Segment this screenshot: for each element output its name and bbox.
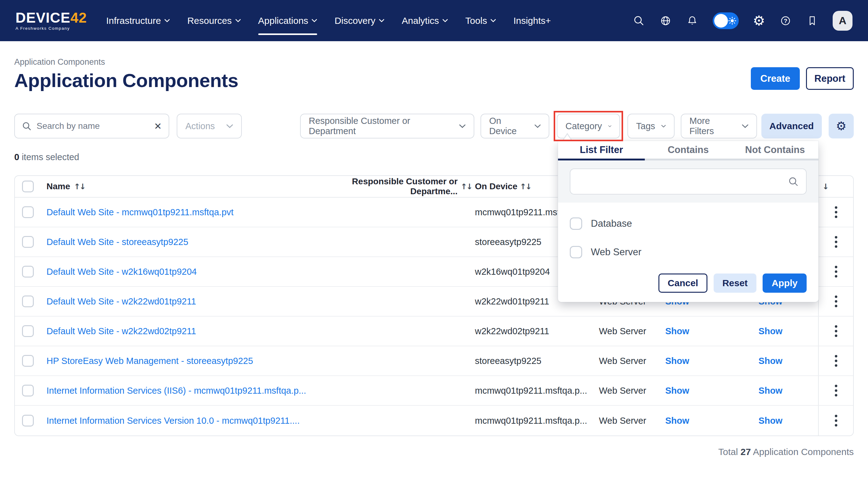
row-checkbox[interactable] <box>22 385 34 397</box>
create-button[interactable]: Create <box>751 67 800 90</box>
table-settings-button[interactable]: ⚙ <box>829 114 854 138</box>
sort-icon[interactable]: ↑↓ <box>520 182 531 191</box>
gear-icon[interactable]: ⚙ <box>753 14 765 28</box>
bell-icon[interactable] <box>686 14 699 27</box>
select-all-checkbox[interactable] <box>22 180 34 192</box>
nav-item-insights[interactable]: Insights+ <box>514 14 551 27</box>
row-menu-icon[interactable] <box>832 263 840 281</box>
column-header-rcd[interactable]: Responsible Customer or Departme... <box>308 176 458 196</box>
tags-filter[interactable]: Tags <box>627 114 675 138</box>
row-checkbox[interactable] <box>22 325 34 337</box>
on-device-filter[interactable]: On Device <box>480 114 549 138</box>
close-icon[interactable]: ✕ <box>154 121 162 132</box>
tab-contains[interactable]: Contains <box>645 144 732 156</box>
help-icon[interactable]: ? <box>779 14 792 27</box>
user-avatar[interactable]: A <box>833 11 852 31</box>
chevron-down-icon <box>235 19 241 22</box>
nav-item-discovery[interactable]: Discovery <box>335 14 384 27</box>
component-name-link[interactable]: Default Web Site - storeeasytp9225 <box>46 237 188 247</box>
popup-buttons: Cancel Reset Apply <box>558 273 818 302</box>
show-link[interactable]: Show <box>758 326 782 336</box>
search-input[interactable] <box>37 121 149 131</box>
device42-logo[interactable]: DEVICE42 A Freshworks Company <box>16 10 87 31</box>
nav-item-analytics[interactable]: Analytics <box>402 14 448 27</box>
row-checkbox[interactable] <box>22 355 34 367</box>
component-name-link[interactable]: Default Web Site - w2k16wq01tp9204 <box>46 267 197 277</box>
row-menu-icon[interactable] <box>832 293 840 310</box>
row-menu-icon[interactable] <box>832 203 840 221</box>
show-link[interactable]: Show <box>665 326 689 336</box>
component-name-link[interactable]: Internet Information Services (IIS6) - m… <box>46 386 306 396</box>
column-header-on-device[interactable]: On Device <box>475 181 517 191</box>
row-menu-icon[interactable] <box>832 382 840 400</box>
total-count: 27 <box>741 447 751 457</box>
table-row: Internet Information Services (IIS6) - m… <box>15 376 853 406</box>
checkbox[interactable] <box>570 217 582 230</box>
tab-list-filter[interactable]: List Filter <box>558 144 645 156</box>
theme-toggle[interactable] <box>713 12 739 29</box>
advanced-button[interactable]: Advanced <box>762 114 822 138</box>
category-value: Web Server <box>588 386 658 396</box>
chevron-down-icon <box>459 124 466 128</box>
bookmark-icon[interactable] <box>806 14 818 27</box>
row-menu-icon[interactable] <box>832 233 840 251</box>
show-link[interactable]: Show <box>758 386 782 396</box>
show-link[interactable]: Show <box>665 416 689 425</box>
globe-icon[interactable] <box>659 14 672 27</box>
row-checkbox[interactable] <box>22 266 34 277</box>
row-checkbox[interactable] <box>22 206 34 218</box>
component-name-link[interactable]: Default Web Site - w2k22wd01tp9211 <box>46 297 196 307</box>
nav-item-infrastructure[interactable]: Infrastructure <box>106 14 170 27</box>
nav-item-resources[interactable]: Resources <box>187 14 241 27</box>
component-name-link[interactable]: HP StoreEasy Web Management - storeeasyt… <box>46 356 253 366</box>
apply-button[interactable]: Apply <box>763 273 807 293</box>
filter-bar: ✕ Actions Responsible Customer or Depart… <box>14 114 854 138</box>
option-web-server[interactable]: Web Server <box>570 238 807 266</box>
show-link[interactable]: Show <box>665 386 689 396</box>
chevron-down-icon <box>164 19 170 22</box>
option-label: Web Server <box>591 246 641 258</box>
checkbox[interactable] <box>570 246 582 258</box>
page-header: Application Components Application Compo… <box>14 41 854 91</box>
more-filters-dropdown[interactable]: More Filters <box>681 114 757 138</box>
reset-button[interactable]: Reset <box>714 273 756 293</box>
breadcrumb[interactable]: Application Components <box>14 57 238 67</box>
chevron-down-icon <box>312 19 317 22</box>
report-button[interactable]: Report <box>806 67 854 90</box>
cancel-button[interactable]: Cancel <box>658 273 707 293</box>
component-name-link[interactable]: Internet Information Services Version 10… <box>46 416 300 426</box>
show-link[interactable]: Show <box>758 416 782 425</box>
responsible-customer-filter[interactable]: Responsible Customer or Department <box>300 114 474 138</box>
logo-wordmark: DEVICE42 <box>16 10 87 25</box>
sort-icon[interactable]: ↑↓ <box>461 182 472 191</box>
logo-subtitle: A Freshworks Company <box>16 26 87 31</box>
row-menu-icon[interactable] <box>832 352 840 370</box>
show-link[interactable]: Show <box>758 356 782 366</box>
column-header-name[interactable]: Name <box>46 181 70 192</box>
sun-icon <box>728 16 737 25</box>
popup-search-input[interactable] <box>578 176 783 187</box>
chevron-down-icon <box>490 19 496 22</box>
on-device-value: mcmwq01tp9211.msftqa.p... <box>475 416 588 426</box>
gear-icon: ⚙ <box>836 120 846 132</box>
table-row: HP StoreEasy Web Management - storeeasyt… <box>15 346 853 376</box>
nav-item-applications[interactable]: Applications <box>258 14 317 27</box>
show-link[interactable]: Show <box>665 356 689 366</box>
row-checkbox[interactable] <box>22 236 34 248</box>
chevron-down-icon <box>442 19 448 22</box>
tab-not-contains[interactable]: Not Contains <box>732 144 818 156</box>
search-box: ✕ <box>14 114 169 138</box>
row-checkbox[interactable] <box>22 296 34 307</box>
nav-item-tools[interactable]: Tools <box>465 14 496 27</box>
search-icon[interactable] <box>633 14 645 27</box>
component-name-link[interactable]: Default Web Site - mcmwq01tp9211.msftqa.… <box>46 207 234 217</box>
option-database[interactable]: Database <box>570 209 807 238</box>
sort-icon[interactable]: ↑↓ <box>74 182 85 191</box>
row-menu-icon[interactable] <box>832 322 840 340</box>
row-menu-icon[interactable] <box>832 412 840 430</box>
component-name-link[interactable]: Default Web Site - w2k22wd02tp9211 <box>46 326 196 336</box>
actions-dropdown[interactable]: Actions <box>177 114 242 138</box>
sort-desc-icon[interactable]: ↓ <box>823 182 828 191</box>
nav-right-icons: ⚙ ? A <box>633 11 852 31</box>
row-checkbox[interactable] <box>22 415 34 427</box>
